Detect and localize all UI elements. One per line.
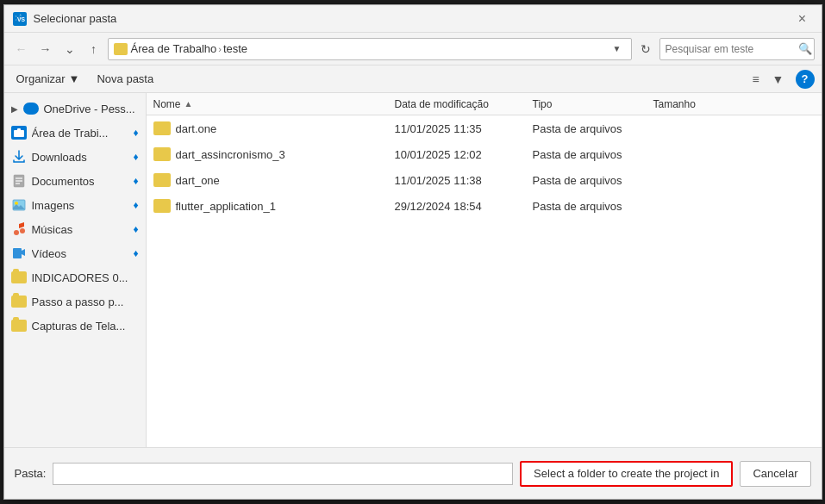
col-nome-label: Nome	[153, 98, 181, 110]
file-tipo-cell: Pasta de arquivos	[526, 200, 647, 213]
area-trabalho-pin-icon: ♦	[133, 127, 138, 139]
passo-folder-icon	[11, 296, 27, 308]
sidebar-item-musicas[interactable]: Músicas ♦	[4, 217, 146, 241]
area-trabalho-icon	[11, 126, 27, 140]
capturas-label: Capturas de Tela...	[32, 320, 139, 333]
file-tipo-cell: Pasta de arquivos	[526, 174, 647, 187]
sidebar-item-onedrive[interactable]: ▶ OneDrive - Pess...	[4, 96, 146, 121]
documentos-icon	[11, 174, 27, 188]
dialog-title: Selecionar pasta	[34, 12, 117, 25]
file-nome-cell: flutter_application_1	[147, 199, 388, 213]
address-bar[interactable]: Área de Trabalho › teste ▼	[108, 38, 632, 60]
videos-pin-icon: ♦	[133, 247, 138, 259]
file-folder-icon	[153, 173, 171, 187]
nova-pasta-label: Nova pasta	[97, 72, 153, 85]
help-label: ?	[802, 72, 809, 85]
search-box[interactable]: 🔍	[659, 38, 815, 60]
col-header-tamanho[interactable]: Tamanho	[647, 93, 733, 115]
file-nome-cell: dart_assincronismo_3	[147, 147, 388, 161]
svg-point-10	[14, 230, 19, 235]
title-bar-left: VS Selecionar pasta	[13, 12, 117, 26]
documentos-pin-icon: ♦	[133, 175, 138, 187]
file-data-cell: 11/01/2025 11:35	[388, 122, 526, 135]
up-button[interactable]: ↑	[84, 39, 104, 59]
back-button[interactable]: ←	[11, 39, 32, 59]
file-tipo-cell: Pasta de arquivos	[526, 122, 647, 135]
path-segment-1: Área de Trabalho	[131, 42, 217, 55]
view-list-button[interactable]: ≡	[746, 69, 766, 90]
svg-point-11	[20, 228, 25, 233]
pasta-input[interactable]	[53, 463, 513, 485]
file-list-header: Nome ▲ Data de modificação Tipo Tamanho	[147, 93, 822, 115]
indicadores-label: INDICADORES 0...	[32, 271, 139, 284]
svg-rect-3	[17, 128, 21, 131]
file-data-cell: 11/01/2025 11:38	[388, 174, 526, 187]
sidebar-item-documentos[interactable]: Documentos ♦	[4, 169, 146, 193]
musicas-icon	[11, 222, 27, 236]
actions-toolbar: Organizar ▼ Nova pasta ≡ ▼ ?	[4, 65, 822, 93]
forward-button[interactable]: →	[35, 39, 56, 59]
help-button[interactable]: ?	[796, 70, 815, 89]
search-input[interactable]	[666, 43, 795, 55]
sidebar-item-passo[interactable]: Passo a passo p...	[4, 289, 146, 314]
view-buttons: ≡ ▼	[746, 69, 789, 90]
main-content: ▶ OneDrive - Pess... Área de Trabi... ♦ …	[4, 93, 822, 447]
imagens-pin-icon: ♦	[133, 199, 138, 211]
search-icon: 🔍	[798, 42, 812, 55]
table-row[interactable]: flutter_application_1 29/12/2024 18:54 P…	[147, 193, 822, 219]
table-row[interactable]: dart.one 11/01/2025 11:35 Pasta de arqui…	[147, 115, 822, 141]
address-folder-icon	[114, 43, 128, 55]
imagens-icon	[11, 198, 27, 212]
downloads-icon	[11, 150, 27, 164]
sidebar-item-capturas[interactable]: Capturas de Tela...	[4, 314, 146, 338]
indicadores-folder-icon	[11, 271, 27, 283]
path-segment-2: teste	[223, 42, 247, 55]
col-header-nome[interactable]: Nome ▲	[147, 93, 388, 115]
cancel-button[interactable]: Cancelar	[740, 461, 810, 487]
table-row[interactable]: dart_assincronismo_3 10/01/2025 12:02 Pa…	[147, 141, 822, 167]
sidebar: ▶ OneDrive - Pess... Área de Trabi... ♦ …	[4, 93, 147, 447]
musicas-pin-icon: ♦	[133, 223, 138, 235]
sort-icon: ▲	[184, 99, 193, 109]
svg-rect-2	[14, 130, 24, 137]
file-nome-cell: dart.one	[147, 121, 388, 135]
sidebar-item-area-trabalho[interactable]: Área de Trabi... ♦	[4, 121, 146, 145]
address-dropdown-btn[interactable]: ▼	[609, 39, 626, 59]
file-rows-container: dart.one 11/01/2025 11:35 Pasta de arqui…	[147, 115, 822, 219]
area-trabalho-label: Área de Trabi...	[32, 127, 128, 140]
col-header-tipo[interactable]: Tipo	[526, 93, 647, 115]
refresh-button[interactable]: ↻	[635, 39, 656, 59]
passo-label: Passo a passo p...	[32, 296, 139, 308]
col-tipo-label: Tipo	[533, 98, 553, 110]
nova-pasta-button[interactable]: Nova pasta	[91, 68, 159, 90]
file-tipo-cell: Pasta de arquivos	[526, 148, 647, 161]
organize-chevron: ▼	[69, 72, 80, 85]
sidebar-item-indicadores[interactable]: INDICADORES 0...	[4, 265, 146, 289]
file-data-cell: 10/01/2025 12:02	[388, 148, 526, 161]
file-data-cell: 29/12/2024 18:54	[388, 200, 526, 213]
pasta-label: Pasta:	[15, 467, 47, 480]
documentos-label: Documentos	[32, 175, 128, 188]
organize-button[interactable]: Organizar ▼	[11, 68, 85, 90]
col-data-label: Data de modificação	[395, 98, 489, 110]
col-tamanho-label: Tamanho	[653, 98, 696, 110]
imagens-label: Imagens	[32, 199, 128, 212]
downloads-pin-icon: ♦	[133, 151, 138, 163]
sidebar-item-downloads[interactable]: Downloads ♦	[4, 145, 146, 169]
file-nome-text: dart_one	[176, 174, 220, 187]
sidebar-item-imagens[interactable]: Imagens ♦	[4, 193, 146, 217]
onedrive-expand-icon: ▶	[11, 104, 18, 114]
view-dropdown-button[interactable]: ▼	[768, 69, 789, 90]
organize-label: Organizar	[16, 72, 66, 85]
close-button[interactable]: ×	[792, 9, 813, 29]
title-bar: VS Selecionar pasta ×	[4, 5, 822, 33]
address-path: Área de Trabalho › teste	[131, 42, 605, 55]
table-row[interactable]: dart_one 11/01/2025 11:38 Pasta de arqui…	[147, 167, 822, 193]
col-header-data[interactable]: Data de modificação	[388, 93, 526, 115]
sidebar-item-videos[interactable]: Vídeos ♦	[4, 241, 146, 265]
onedrive-icon	[23, 103, 39, 115]
file-folder-icon	[153, 199, 171, 213]
videos-label: Vídeos	[32, 247, 128, 260]
recent-button[interactable]: ⌄	[59, 39, 80, 59]
select-folder-button[interactable]: Select a folder to create the project in	[520, 461, 733, 487]
